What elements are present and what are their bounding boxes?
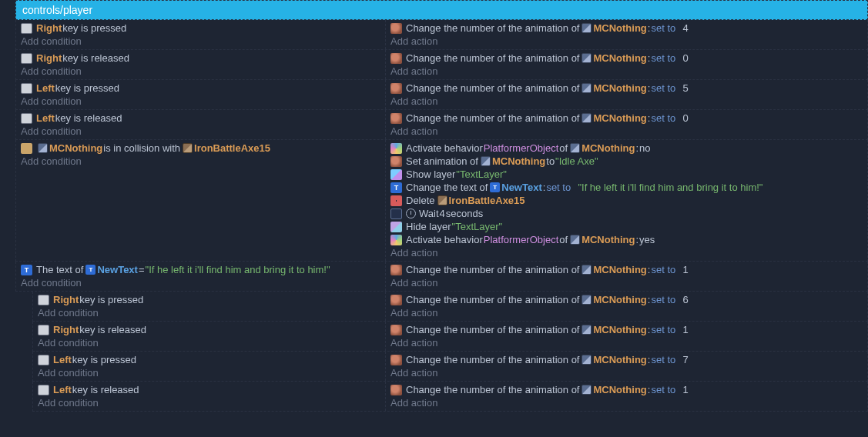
event-row[interactable]: Left key is released Add condition Chang… bbox=[32, 382, 868, 412]
action-activate-behavior[interactable]: Activate behavior PlatformerObject of MC… bbox=[390, 142, 863, 155]
action-change-anim[interactable]: Change the number of the animation of MC… bbox=[390, 112, 863, 125]
animation-icon bbox=[390, 53, 402, 64]
add-condition-link[interactable]: Add condition bbox=[21, 125, 380, 138]
condition-key-left-pressed[interactable]: Left key is pressed bbox=[21, 82, 380, 95]
conditions-column: Right key is pressed Add condition bbox=[16, 20, 386, 49]
event-row[interactable]: Left key is released Add condition Chang… bbox=[15, 110, 868, 140]
event-row[interactable]: Right key is pressed Add condition Chang… bbox=[32, 292, 868, 322]
add-condition-link[interactable]: Add condition bbox=[21, 95, 380, 108]
action-activate-behavior[interactable]: Activate behavior PlatformerObject of MC… bbox=[390, 233, 863, 246]
animation-icon bbox=[390, 295, 402, 305]
action-change-anim[interactable]: Change the number of the animation of MC… bbox=[390, 22, 863, 35]
add-action-link[interactable]: Add action bbox=[390, 246, 863, 259]
add-condition-link[interactable]: Add condition bbox=[38, 396, 380, 409]
sprite-icon bbox=[581, 23, 592, 33]
event-row[interactable]: Right key is pressed Add condition Chang… bbox=[15, 20, 868, 50]
sprite-icon bbox=[437, 195, 447, 205]
action-change-anim[interactable]: Change the number of the animation of MC… bbox=[390, 323, 863, 336]
keyboard-icon bbox=[38, 325, 49, 335]
animation-icon bbox=[390, 83, 402, 94]
action-hide-layer[interactable]: Hide layer "TextLayer" bbox=[390, 220, 863, 233]
action-change-anim[interactable]: Change the number of the animation of MC… bbox=[390, 293, 863, 306]
condition-key-right-released[interactable]: Right key is released bbox=[38, 323, 380, 336]
sprite-icon bbox=[481, 156, 491, 166]
keyboard-icon bbox=[38, 355, 49, 365]
action-wait[interactable]: Wait 4 seconds bbox=[390, 207, 863, 220]
add-action-link[interactable]: Add action bbox=[390, 125, 863, 138]
actions-column: Change the number of the animation of MC… bbox=[386, 20, 867, 49]
layer-icon bbox=[390, 169, 402, 180]
add-action-link[interactable]: Add action bbox=[390, 95, 863, 108]
text-icon bbox=[390, 182, 402, 193]
keyboard-icon bbox=[38, 385, 49, 395]
add-action-link[interactable]: Add action bbox=[390, 366, 863, 379]
event-row[interactable]: Right key is released Add condition Chan… bbox=[32, 322, 868, 352]
add-action-link[interactable]: Add action bbox=[390, 336, 863, 349]
delete-icon bbox=[390, 195, 402, 206]
condition-key-left-released[interactable]: Left key is released bbox=[21, 112, 380, 125]
action-delete[interactable]: Delete IronBattleAxe15 bbox=[390, 194, 863, 207]
sprite-icon bbox=[581, 295, 592, 305]
add-action-link[interactable]: Add action bbox=[390, 306, 863, 319]
action-change-anim[interactable]: Change the number of the animation of MC… bbox=[390, 82, 863, 95]
animation-icon bbox=[390, 265, 402, 275]
action-change-anim[interactable]: Change the number of the animation of MC… bbox=[390, 263, 863, 276]
condition-key-right-released[interactable]: Right key is released bbox=[21, 52, 380, 65]
add-action-link[interactable]: Add action bbox=[390, 65, 863, 78]
sprite-icon bbox=[38, 143, 48, 153]
condition-key-right-pressed[interactable]: Right key is pressed bbox=[38, 293, 380, 306]
add-condition-link[interactable]: Add condition bbox=[21, 155, 380, 168]
add-condition-link[interactable]: Add condition bbox=[21, 65, 380, 78]
animation-icon bbox=[390, 23, 402, 34]
condition-key-left-released[interactable]: Left key is released bbox=[38, 383, 380, 396]
action-set-animation[interactable]: Set animation of MCNothing to "Idle Axe" bbox=[390, 155, 863, 168]
sprite-icon bbox=[581, 355, 592, 365]
action-change-text[interactable]: Change the text of NewText: set to "If h… bbox=[390, 181, 863, 194]
collision-icon bbox=[21, 143, 32, 154]
condition-collision[interactable]: MCNothing is in collision with IronBattl… bbox=[21, 142, 380, 155]
behavior-icon bbox=[390, 143, 402, 154]
add-condition-link[interactable]: Add condition bbox=[38, 366, 380, 379]
sprite-icon bbox=[183, 143, 193, 153]
action-show-layer[interactable]: Show layer "TextLayer" bbox=[390, 168, 863, 181]
add-action-link[interactable]: Add action bbox=[390, 396, 863, 409]
animation-icon bbox=[390, 385, 402, 395]
event-row[interactable]: MCNothing is in collision with IronBattl… bbox=[15, 140, 868, 262]
event-group-header[interactable]: controls/player bbox=[15, 0, 868, 20]
events-list: Right key is pressed Add condition Chang… bbox=[15, 20, 868, 412]
action-change-anim[interactable]: Change the number of the animation of MC… bbox=[390, 383, 863, 396]
add-action-link[interactable]: Add action bbox=[390, 276, 863, 289]
add-condition-link[interactable]: Add condition bbox=[38, 336, 380, 349]
keyboard-icon bbox=[38, 295, 49, 305]
behavior-icon bbox=[390, 235, 402, 245]
sprite-icon bbox=[581, 53, 592, 63]
animation-icon bbox=[390, 113, 402, 124]
sprite-icon bbox=[570, 235, 580, 245]
action-change-anim[interactable]: Change the number of the animation of MC… bbox=[390, 353, 863, 366]
text-object-icon bbox=[85, 265, 96, 275]
sprite-icon bbox=[581, 83, 592, 93]
action-change-anim[interactable]: Change the number of the animation of MC… bbox=[390, 52, 863, 65]
event-row[interactable]: Right key is released Add condition Chan… bbox=[15, 50, 868, 80]
text-icon bbox=[21, 265, 32, 275]
add-condition-link[interactable]: Add condition bbox=[21, 35, 380, 48]
keyboard-icon bbox=[21, 23, 32, 34]
event-row[interactable]: The text of NewText = "If he left it i'l… bbox=[15, 262, 868, 292]
sprite-icon bbox=[581, 265, 592, 275]
event-row[interactable]: Left key is pressed Add condition Change… bbox=[15, 80, 868, 110]
sprite-icon bbox=[570, 143, 580, 153]
animation-icon bbox=[390, 355, 402, 365]
add-action-link[interactable]: Add action bbox=[390, 35, 863, 48]
animation-icon bbox=[390, 156, 402, 167]
condition-key-left-pressed[interactable]: Left key is pressed bbox=[38, 353, 380, 366]
layer-icon bbox=[390, 222, 402, 232]
add-condition-link[interactable]: Add condition bbox=[21, 276, 380, 289]
condition-key-right-pressed[interactable]: Right key is pressed bbox=[21, 22, 380, 35]
sub-events: Right key is pressed Add condition Chang… bbox=[32, 292, 868, 412]
keyboard-icon bbox=[21, 83, 32, 94]
clock-icon bbox=[406, 208, 416, 218]
condition-text-equals[interactable]: The text of NewText = "If he left it i'l… bbox=[21, 263, 380, 276]
event-row[interactable]: Left key is pressed Add condition Change… bbox=[32, 352, 868, 382]
sprite-icon bbox=[581, 385, 592, 395]
add-condition-link[interactable]: Add condition bbox=[38, 306, 380, 319]
